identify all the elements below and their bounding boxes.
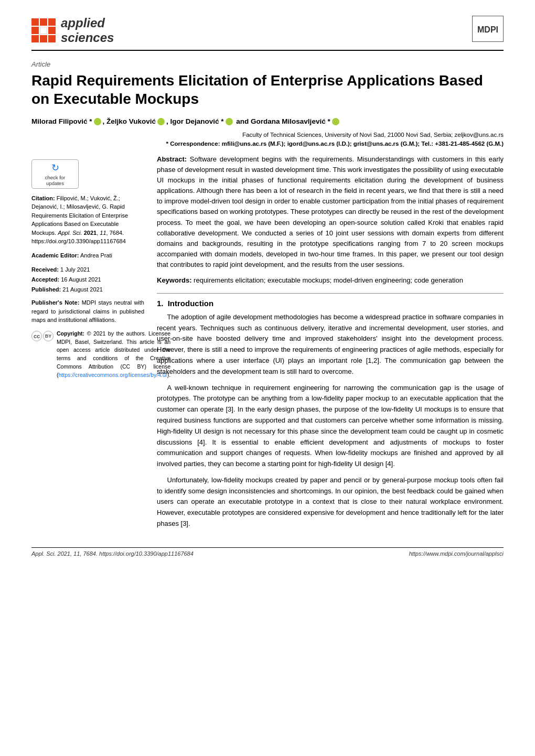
author-filipovic: Milorad Filipović * bbox=[31, 117, 92, 125]
check-for-updates-label: check for updates bbox=[36, 175, 74, 186]
article-type-label: Article bbox=[31, 60, 504, 68]
academic-editor-box: Academic Editor: Andrea Prati bbox=[31, 251, 144, 260]
correspondence-text: * Correspondence: mfili@uns.ac.rs (M.F.)… bbox=[31, 139, 504, 148]
mdpi-logo: MDPI bbox=[472, 16, 504, 42]
orcid-icon-milosavljevic bbox=[332, 118, 339, 125]
keywords-label: Keywords: bbox=[157, 276, 191, 284]
intro-para2: A well-known technique in requirement en… bbox=[157, 383, 504, 470]
academic-editor-label: Academic Editor: bbox=[31, 252, 79, 258]
section1-title: Introduction bbox=[168, 299, 213, 308]
citation-box: Citation: Filipović, M.; Vuković, Ž.; De… bbox=[31, 194, 144, 246]
cc-icon-cc: cc bbox=[31, 331, 42, 341]
cc-license-box: cc BY Copyright: © 2021 by the authors. … bbox=[31, 330, 144, 380]
two-column-layout: ↻ check for updates Citation: Filipović,… bbox=[31, 154, 504, 535]
received-date: 1 July 2021 bbox=[60, 266, 90, 273]
section1-number: 1. bbox=[157, 299, 164, 308]
intro-para3: Unfortunately, low-fidelity mockups crea… bbox=[157, 475, 504, 530]
journal-logo: applied sciences bbox=[31, 16, 114, 45]
check-for-updates-section: ↻ check for updates bbox=[31, 159, 144, 189]
refresh-icon: ↻ bbox=[51, 162, 59, 174]
authors-line: Milorad Filipović * , Željko Vuković , I… bbox=[31, 117, 504, 125]
affiliation-box: Faculty of Technical Sciences, Universit… bbox=[31, 131, 504, 149]
page-header: applied sciences MDPI bbox=[31, 16, 504, 51]
keywords-block: Keywords: requirements elicitation; exec… bbox=[157, 275, 504, 286]
para3-text: Unfortunately, low-fidelity mockups crea… bbox=[157, 475, 504, 530]
citation-label: Citation: bbox=[31, 195, 55, 201]
accepted-line: Accepted: 16 August 2021 bbox=[31, 275, 144, 285]
intro-para1: The adoption of agile development method… bbox=[157, 312, 504, 377]
footer-right: https://www.mdpi.com/journal/applsci bbox=[409, 550, 504, 557]
cc-icon-by: BY bbox=[43, 331, 54, 341]
copyright-text: © 2021 by the authors. Licensee MDPI, Ba… bbox=[57, 330, 170, 378]
orcid-icon-vukovic bbox=[157, 118, 165, 125]
citation-text: Filipović, M.; Vuković, Ž.; Dejanović, I… bbox=[31, 195, 128, 245]
right-content: Abstract: Software development begins wi… bbox=[157, 154, 504, 535]
abstract-text: Software development begins with the req… bbox=[157, 155, 504, 268]
mdpi-logo-svg: MDPI bbox=[472, 16, 504, 42]
affiliation-text: Faculty of Technical Sciences, Universit… bbox=[31, 131, 504, 139]
keywords-text: requirements elicitation; executable moc… bbox=[194, 276, 463, 284]
para2-text: A well-known technique in requirement en… bbox=[157, 383, 504, 470]
abstract-block: Abstract: Software development begins wi… bbox=[157, 154, 504, 271]
orcid-icon-filipovic bbox=[94, 118, 101, 125]
dates-box: Received: 1 July 2021 Accepted: 16 Augus… bbox=[31, 265, 144, 294]
check-for-updates-badge[interactable]: ↻ check for updates bbox=[31, 159, 79, 189]
received-line: Received: 1 July 2021 bbox=[31, 265, 144, 275]
publisher-note-label: Publisher's Note: bbox=[31, 299, 79, 306]
article-title: Rapid Requirements Elicitation of Enterp… bbox=[31, 71, 504, 108]
cc-license-text: Copyright: © 2021 by the authors. Licens… bbox=[57, 330, 170, 380]
published-date: 21 August 2021 bbox=[62, 286, 102, 293]
para1-text: The adoption of agile development method… bbox=[157, 312, 504, 377]
accepted-label: Accepted: bbox=[31, 276, 59, 283]
copyright-label: Copyright: bbox=[57, 330, 87, 337]
published-label: Published: bbox=[31, 286, 61, 293]
logo-grid-icon bbox=[31, 18, 56, 42]
footer-left: Appl. Sci. 2021, 11, 7684. https://doi.o… bbox=[31, 550, 194, 557]
accepted-date: 16 August 2021 bbox=[61, 276, 101, 283]
academic-editor-name: Andrea Prati bbox=[80, 252, 112, 258]
published-line: Published: 21 August 2021 bbox=[31, 285, 144, 295]
section-divider bbox=[157, 293, 504, 294]
author-separator1: , Željko Vuković bbox=[103, 117, 156, 125]
svg-text:MDPI: MDPI bbox=[477, 25, 498, 34]
orcid-icon-dejanovic bbox=[226, 118, 233, 125]
author-dejanovic: , Igor Dejanović * bbox=[166, 117, 224, 125]
section1-heading: 1. Introduction bbox=[157, 299, 504, 308]
left-sidebar: ↻ check for updates Citation: Filipović,… bbox=[31, 154, 144, 535]
journal-name: applied sciences bbox=[61, 16, 114, 45]
author-and: and Gordana Milosavljević * bbox=[234, 117, 330, 125]
abstract-label: Abstract: bbox=[157, 155, 187, 163]
received-label: Received: bbox=[31, 266, 59, 273]
publisher-note-box: Publisher's Note: MDPI stays neutral wit… bbox=[31, 298, 144, 325]
page-footer: Appl. Sci. 2021, 11, 7684. https://doi.o… bbox=[31, 547, 504, 557]
cc-license-icon: cc BY bbox=[31, 331, 54, 341]
